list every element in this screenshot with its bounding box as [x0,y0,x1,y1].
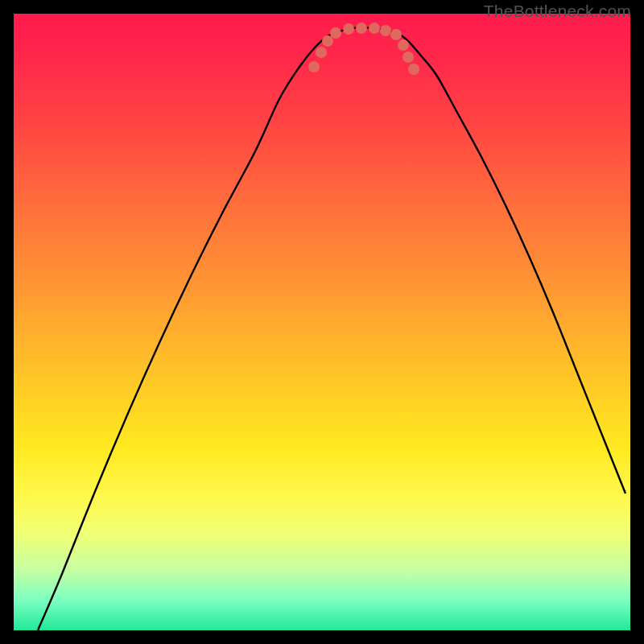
valley-dot [316,47,327,58]
valley-marker-group [308,23,419,75]
plot-frame [14,14,630,630]
valley-dot [308,61,320,72]
valley-dot [330,27,341,39]
valley-dot [356,23,367,34]
watermark-text: TheBottleneck.com [484,2,631,21]
valley-dot [369,23,380,34]
valley-dot [380,25,391,36]
valley-dot [322,35,333,47]
valley-dot [390,29,402,40]
bottleneck-curve [14,14,630,630]
valley-dot [408,64,419,75]
valley-dot [402,52,414,63]
valley-dot [398,39,409,51]
valley-dot [343,23,354,35]
curve-path [38,27,625,630]
